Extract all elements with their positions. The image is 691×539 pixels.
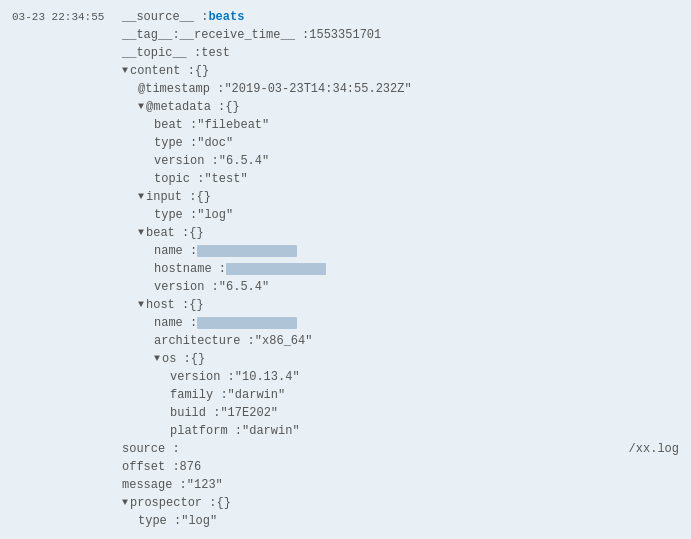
prospector-bracket: {} bbox=[216, 494, 230, 512]
version-label-line: version : "6.5.4" bbox=[12, 152, 679, 170]
os-build-value: "17E202" bbox=[220, 404, 278, 422]
os-build-line: build : "17E202" bbox=[12, 404, 679, 422]
beat-name-redacted bbox=[197, 245, 297, 257]
host-arrow bbox=[138, 296, 144, 314]
os-platform-value: "darwin" bbox=[242, 422, 300, 440]
os-arrow bbox=[154, 350, 160, 368]
architecture-key: architecture : bbox=[154, 332, 255, 350]
tag-line: __tag__:__receive_time__ : 1553351701 bbox=[12, 26, 679, 44]
host-key: host : bbox=[146, 296, 189, 314]
host-line: host : {} bbox=[12, 296, 679, 314]
topic-value: test bbox=[201, 44, 230, 62]
beat-label-line: beat : "filebeat" bbox=[12, 116, 679, 134]
input-line: input : {} bbox=[12, 188, 679, 206]
source-value: beats bbox=[208, 8, 244, 26]
architecture-value: "x86_64" bbox=[255, 332, 313, 350]
message-line: message : "123" bbox=[12, 476, 679, 494]
log-viewer: 03-23 22:34:55 __source__ : beats __tag_… bbox=[0, 0, 691, 539]
host-bracket: {} bbox=[189, 296, 203, 314]
beat-value: "filebeat" bbox=[197, 116, 269, 134]
os-family-key: family : bbox=[170, 386, 228, 404]
os-family-value: "darwin" bbox=[228, 386, 286, 404]
beat-version-value: "6.5.4" bbox=[219, 278, 269, 296]
beat-version-line: version : "6.5.4" bbox=[12, 278, 679, 296]
architecture-line: architecture : "x86_64" bbox=[12, 332, 679, 350]
os-bracket: {} bbox=[191, 350, 205, 368]
host-name-line: name : bbox=[12, 314, 679, 332]
input-bracket: {} bbox=[196, 188, 210, 206]
timestamp: 03-23 22:34:55 bbox=[12, 8, 122, 26]
os-platform-key: platform : bbox=[170, 422, 242, 440]
input-arrow bbox=[138, 188, 144, 206]
content-key: content : bbox=[130, 62, 195, 80]
message-key: message : bbox=[122, 476, 187, 494]
os-line: os : {} bbox=[12, 350, 679, 368]
beat-name-key: name : bbox=[154, 242, 197, 260]
os-version-value: "10.13.4" bbox=[235, 368, 300, 386]
topic-line: __topic__ : test bbox=[12, 44, 679, 62]
tag-value: 1553351701 bbox=[309, 26, 381, 44]
content-line: content : {} bbox=[12, 62, 679, 80]
os-key: os : bbox=[162, 350, 191, 368]
beat-name-line: name : bbox=[12, 242, 679, 260]
beat-version-key: version : bbox=[154, 278, 219, 296]
input-type-line: type : "log" bbox=[12, 206, 679, 224]
beat-key: beat : bbox=[154, 116, 197, 134]
prospector-type-value: "log" bbox=[181, 512, 217, 530]
prospector-arrow bbox=[122, 494, 128, 512]
prospector-type-line: type : "log" bbox=[12, 512, 679, 530]
type-value: "doc" bbox=[197, 134, 233, 152]
version-value: "6.5.4" bbox=[219, 152, 269, 170]
topic2-value: "test" bbox=[204, 170, 247, 188]
host-name-redacted bbox=[197, 317, 297, 329]
topic2-key: topic : bbox=[154, 170, 204, 188]
at-timestamp-value: "2019-03-23T14:34:55.232Z" bbox=[224, 80, 411, 98]
prospector-key: prospector : bbox=[130, 494, 216, 512]
beat-hostname-redacted bbox=[226, 263, 326, 275]
metadata-arrow bbox=[138, 98, 144, 116]
input-key: input : bbox=[146, 188, 196, 206]
content-bracket: {} bbox=[195, 62, 209, 80]
at-timestamp-key: @timestamp : bbox=[138, 80, 224, 98]
beat2-arrow bbox=[138, 224, 144, 242]
os-version-line: version : "10.13.4" bbox=[12, 368, 679, 386]
beat2-line: beat : {} bbox=[12, 224, 679, 242]
source2-value: /xx.log bbox=[629, 440, 679, 458]
source2-key: source : bbox=[122, 442, 180, 456]
offset-key: offset : bbox=[122, 458, 180, 476]
os-platform-line: platform : "darwin" bbox=[12, 422, 679, 440]
message-value: "123" bbox=[187, 476, 223, 494]
os-version-key: version : bbox=[170, 368, 235, 386]
beat-hostname-line: hostname : bbox=[12, 260, 679, 278]
topic-label-line: topic : "test" bbox=[12, 170, 679, 188]
type-label-line: type : "doc" bbox=[12, 134, 679, 152]
metadata-line: @metadata : {} bbox=[12, 98, 679, 116]
source-line2: source : /xx.log bbox=[12, 440, 679, 458]
beat-hostname-key: hostname : bbox=[154, 260, 226, 278]
os-build-key: build : bbox=[170, 404, 220, 422]
source-key: __source__ : bbox=[122, 8, 208, 26]
host-name-key: name : bbox=[154, 314, 197, 332]
type-key: type : bbox=[154, 134, 197, 152]
input-type-key: type : bbox=[154, 206, 197, 224]
beat2-bracket: {} bbox=[189, 224, 203, 242]
offset-line: offset : 876 bbox=[12, 458, 679, 476]
prospector-type-key: type : bbox=[138, 512, 181, 530]
offset-value: 876 bbox=[180, 458, 202, 476]
at-timestamp-line: @timestamp : "2019-03-23T14:34:55.232Z" bbox=[12, 80, 679, 98]
prospector-line: prospector : {} bbox=[12, 494, 679, 512]
metadata-key: @metadata : bbox=[146, 98, 225, 116]
input-type-value: "log" bbox=[197, 206, 233, 224]
beat2-key: beat : bbox=[146, 224, 189, 242]
metadata-bracket: {} bbox=[225, 98, 239, 116]
tag-key: __tag__:__receive_time__ : bbox=[122, 26, 309, 44]
topic-key: __topic__ : bbox=[122, 44, 201, 62]
os-family-line: family : "darwin" bbox=[12, 386, 679, 404]
content-arrow bbox=[122, 62, 128, 80]
version-key: version : bbox=[154, 152, 219, 170]
source-line: 03-23 22:34:55 __source__ : beats bbox=[12, 8, 679, 26]
